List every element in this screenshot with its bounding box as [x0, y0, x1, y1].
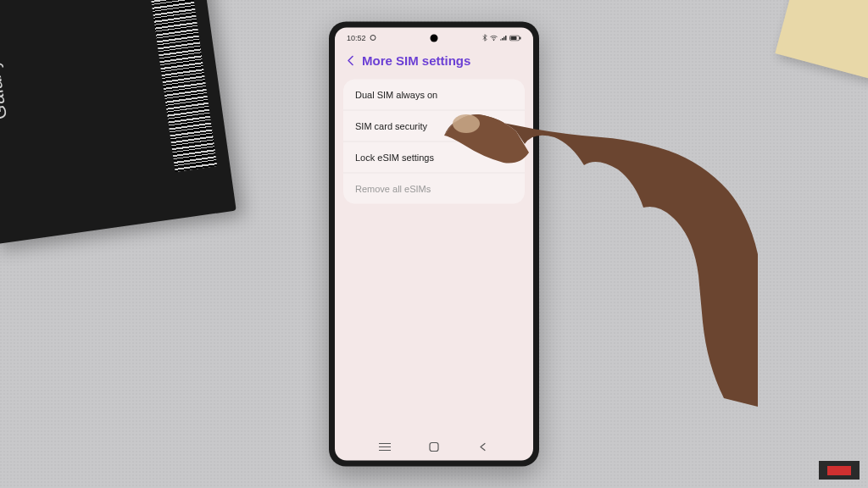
product-box: Galaxy S25 Ultra: [0, 0, 236, 245]
setting-dual-sim[interactable]: Dual SIM always on: [343, 80, 525, 111]
svg-point-1: [493, 39, 494, 40]
bluetooth-icon: [482, 35, 487, 42]
battery-icon: [509, 35, 521, 41]
setting-label: Remove all eSIMs: [355, 184, 431, 194]
svg-point-0: [370, 36, 376, 41]
navigation-bar: [335, 434, 533, 461]
watermark: [819, 461, 860, 480]
setting-label: Lock eSIM settings: [355, 152, 434, 163]
status-time: 10:52: [347, 34, 366, 42]
background-prop: [775, 0, 868, 80]
status-notification-icon: [370, 35, 376, 42]
barcode: [149, 0, 217, 172]
product-box-label: Galaxy S25 Ultra: [0, 0, 12, 121]
signal-icon: [500, 35, 507, 41]
setting-label: Dual SIM always on: [355, 90, 437, 100]
settings-header: More SIM settings: [335, 45, 533, 80]
setting-label: SIM card security: [355, 121, 427, 131]
nav-home-button[interactable]: [421, 442, 447, 452]
back-button[interactable]: [347, 54, 355, 66]
phone-device: 10:52: [329, 22, 539, 467]
watermark-logo: [827, 466, 851, 475]
wifi-icon: [490, 35, 498, 41]
svg-rect-4: [511, 36, 517, 40]
setting-lock-esim[interactable]: Lock eSIM settings: [343, 142, 525, 174]
svg-rect-8: [430, 443, 438, 452]
nav-recents-button[interactable]: [372, 443, 398, 452]
setting-sim-security[interactable]: SIM card security: [343, 111, 525, 142]
setting-remove-esims: Remove all eSIMs: [343, 174, 525, 204]
settings-list: Dual SIM always on SIM card security Loc…: [343, 80, 525, 204]
camera-cutout: [431, 35, 438, 42]
phone-screen: 10:52: [335, 28, 533, 461]
nav-back-button[interactable]: [470, 442, 496, 452]
svg-rect-3: [520, 36, 521, 39]
page-title: More SIM settings: [362, 53, 470, 68]
